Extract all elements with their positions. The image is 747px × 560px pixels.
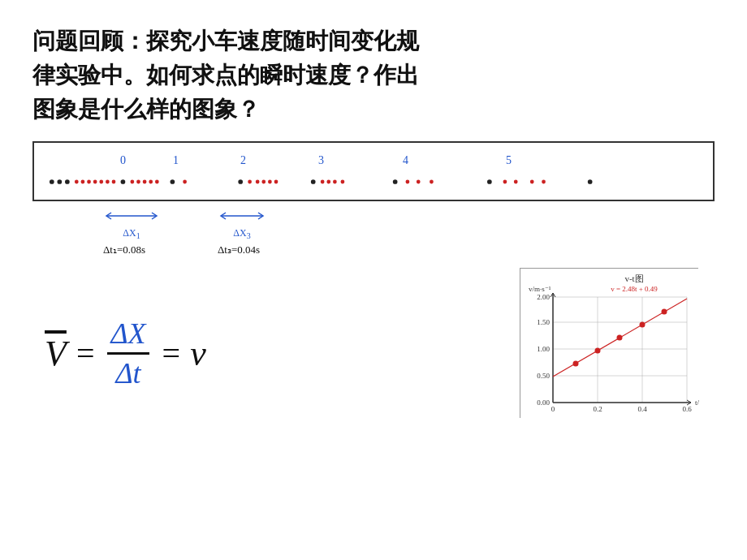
formula-v: v	[190, 333, 206, 374]
arrow-group-2: ΔX3 Δt₃=0.04s	[218, 205, 266, 256]
svg-point-5	[87, 180, 91, 184]
svg-point-19	[248, 180, 252, 184]
arrow2-svg	[218, 205, 266, 227]
slide-title: 问题回顾：探究小车速度随时间变化规 律实验中。如何求点的瞬时速度？作出 图象是什…	[32, 24, 715, 127]
svg-point-18	[238, 179, 243, 184]
svg-text:v/m·s⁻¹: v/m·s⁻¹	[529, 285, 551, 293]
svg-point-13	[143, 180, 147, 184]
svg-point-28	[341, 180, 345, 184]
tape-svg	[49, 170, 698, 193]
svg-point-1	[57, 179, 62, 184]
svg-text:0.00: 0.00	[537, 398, 550, 407]
svg-point-25	[321, 180, 325, 184]
svg-point-12	[136, 180, 140, 184]
formula-numerator: ΔX	[107, 317, 149, 355]
tape-num-1: 1	[173, 154, 179, 167]
svg-text:0.6: 0.6	[682, 405, 692, 413]
svg-text:0.4: 0.4	[637, 405, 647, 413]
tape-num-0: 0	[120, 154, 126, 167]
tape-num-3: 3	[318, 154, 324, 167]
svg-point-37	[542, 180, 546, 184]
svg-point-15	[155, 180, 159, 184]
svg-point-38	[588, 179, 593, 184]
svg-point-11	[130, 180, 134, 184]
formula-v-bar: V	[45, 333, 67, 374]
svg-point-67	[617, 335, 623, 341]
svg-text:0.50: 0.50	[537, 372, 550, 380]
svg-point-16	[171, 179, 175, 184]
chart-title-text: v-t图	[624, 274, 643, 283]
svg-point-27	[333, 180, 337, 184]
formula-denominator: Δt	[115, 355, 140, 390]
svg-point-20	[256, 180, 260, 184]
chart-svg: v-t图 v = 2.48t + 0.49 0.00 0.50 1.00 1.5…	[520, 269, 699, 419]
svg-point-10	[121, 179, 126, 184]
slide: 问题回顾：探究小车速度随时间变化规 律实验中。如何求点的瞬时速度？作出 图象是什…	[0, 0, 747, 560]
svg-text:1.00: 1.00	[537, 345, 550, 353]
chart-section: v-t图 v = 2.48t + 0.49 0.00 0.50 1.00 1.5…	[520, 268, 698, 418]
svg-point-36	[530, 180, 534, 184]
svg-point-8	[106, 180, 110, 184]
delta-t1: Δt₁=0.08s	[103, 243, 160, 256]
svg-point-31	[417, 180, 421, 184]
svg-point-24	[311, 179, 316, 184]
svg-point-6	[93, 180, 97, 184]
svg-point-33	[487, 179, 492, 184]
svg-point-22	[268, 180, 272, 184]
tape-num-2: 2	[240, 154, 246, 167]
arrows-area: ΔX1 Δt₁=0.08s ΔX3 Δt₃=0.04s	[32, 205, 715, 261]
svg-point-3	[75, 180, 79, 184]
svg-point-17	[183, 180, 187, 184]
tape-container: 0 1 2 3 4 5	[32, 141, 715, 201]
svg-point-65	[573, 361, 579, 367]
svg-point-14	[149, 180, 153, 184]
svg-point-26	[326, 180, 330, 184]
svg-point-9	[112, 180, 116, 184]
svg-point-23	[274, 180, 279, 184]
formula-equals1: =	[76, 334, 95, 373]
svg-point-7	[99, 180, 103, 184]
formula-equals2: =	[162, 334, 181, 373]
tape-dots	[49, 170, 698, 193]
arrow-group-1: ΔX1 Δt₁=0.08s	[103, 205, 160, 256]
svg-point-30	[406, 180, 410, 184]
svg-point-34	[503, 180, 507, 184]
svg-point-0	[50, 179, 54, 184]
svg-point-29	[393, 179, 398, 184]
arrow1-label: ΔX1	[103, 227, 160, 240]
formula-section: V = ΔX Δt = v	[45, 317, 206, 390]
formula-fraction: ΔX Δt	[107, 317, 149, 390]
svg-text:t/s: t/s	[695, 398, 699, 407]
delta-t3: Δt₃=0.04s	[218, 243, 266, 256]
svg-point-68	[640, 322, 646, 328]
svg-point-69	[662, 309, 667, 315]
chart-equation-text: v = 2.48t + 0.49	[611, 285, 658, 293]
svg-point-66	[595, 348, 601, 354]
svg-point-32	[430, 180, 434, 184]
svg-point-35	[514, 180, 518, 184]
svg-text:1.50: 1.50	[537, 318, 550, 326]
svg-text:0: 0	[551, 405, 555, 413]
tape-num-4: 4	[403, 154, 408, 167]
tape-numbers: 0 1 2 3 4 5	[49, 154, 698, 169]
arrow2-label: ΔX3	[218, 227, 266, 240]
svg-point-2	[65, 179, 70, 184]
arrow1-svg	[103, 205, 160, 227]
svg-point-21	[261, 180, 266, 184]
formula: V = ΔX Δt = v	[45, 317, 206, 390]
svg-text:2.00: 2.00	[537, 293, 550, 301]
svg-text:0.2: 0.2	[593, 405, 602, 413]
tape-num-5: 5	[506, 154, 512, 167]
svg-point-4	[81, 180, 85, 184]
